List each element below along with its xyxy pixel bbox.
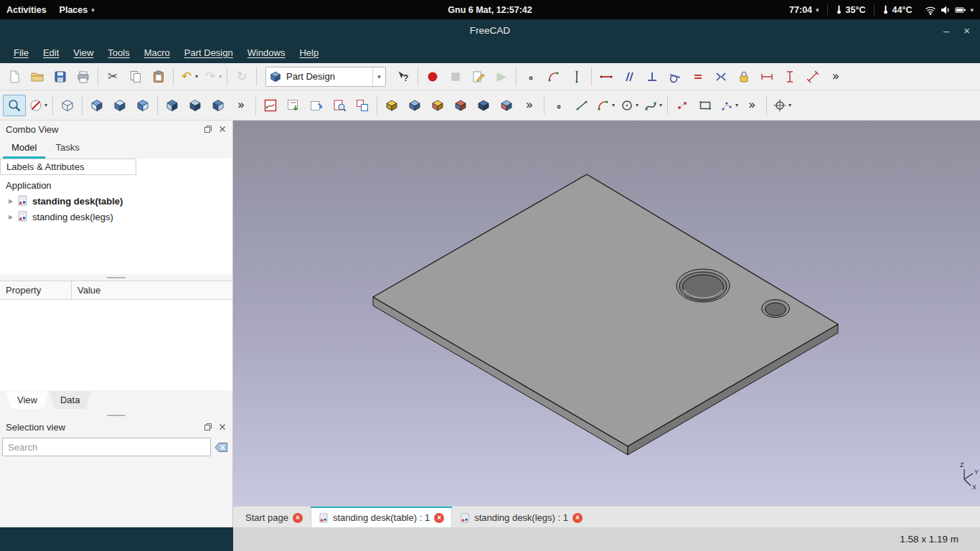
expander-icon[interactable]: ▶ [6, 198, 16, 204]
panel-splitter[interactable] [0, 274, 232, 281]
rear-view-button[interactable] [161, 95, 184, 116]
create-point-button[interactable] [547, 95, 570, 116]
cut-button[interactable]: ✂ [101, 66, 124, 88]
tab-tasks[interactable]: Tasks [47, 138, 88, 159]
open-file-button[interactable] [26, 66, 49, 88]
merge-sketch-button[interactable] [351, 95, 374, 116]
tab-data[interactable]: Data [49, 391, 91, 409]
tab-model[interactable]: Model [3, 138, 45, 159]
table-top-model[interactable] [373, 174, 838, 455]
create-arc-button[interactable]: ▾ [593, 95, 617, 116]
additive-loft-button[interactable] [426, 95, 449, 116]
clock-menu[interactable]: Gnu 6 Mat, 12:57:42 [0, 5, 980, 15]
menu-file[interactable]: File [7, 44, 35, 62]
left-view-button[interactable] [207, 95, 230, 116]
close-tab-icon[interactable]: × [434, 513, 444, 523]
pad-button[interactable] [380, 95, 403, 116]
constraint-equal-button[interactable] [687, 66, 710, 88]
create-line-button[interactable] [570, 95, 593, 116]
constraint-distance-x-button[interactable] [755, 66, 778, 88]
clear-search-button[interactable] [215, 442, 228, 453]
draw-style-button[interactable]: ▾ [26, 95, 50, 116]
tab-view[interactable]: View [6, 391, 49, 409]
reorient-sketch-button[interactable] [305, 95, 328, 116]
partdesign-overflow-button[interactable]: » [518, 95, 541, 116]
create-rectangle-button[interactable] [694, 95, 717, 116]
close-button[interactable]: × [963, 25, 970, 36]
create-spline-button[interactable]: ▾ [641, 95, 664, 116]
print-button[interactable] [72, 66, 95, 88]
tree-item-standing-desk-legs[interactable]: ▶standing desk(legs) [0, 209, 232, 225]
constraint-symmetric-button[interactable] [710, 66, 732, 88]
new-file-button[interactable] [3, 66, 26, 88]
constraint-lock-button[interactable] [732, 66, 755, 88]
constraint-distance-button[interactable] [801, 66, 824, 88]
hole-small[interactable] [765, 303, 786, 316]
views-overflow-button[interactable]: » [230, 95, 253, 116]
close-tab-icon[interactable]: × [573, 513, 583, 523]
row1-overflow-button[interactable]: » [824, 66, 847, 88]
undo-button[interactable]: ↶▾ [176, 66, 200, 88]
document-tab-standing-desk-legs-1[interactable]: standing desk(legs) : 1× [452, 507, 590, 527]
create-pattern-button[interactable]: ▾ [717, 95, 740, 116]
constraint-perpendicular-button[interactable] [641, 66, 664, 88]
menu-view[interactable]: View [67, 44, 100, 62]
macro-record-button[interactable] [421, 66, 444, 88]
menu-part-design[interactable]: Part Design [178, 44, 240, 62]
map-sketch-button[interactable] [282, 95, 305, 116]
document-tab-start-page[interactable]: Start page× [237, 507, 311, 527]
sketch-create-arc-button[interactable] [542, 66, 565, 88]
bottom-view-button[interactable] [184, 95, 207, 116]
menu-edit[interactable]: Edit [37, 44, 65, 62]
sketch-create-point-button[interactable] [519, 66, 542, 88]
tree-root[interactable]: Application [0, 177, 232, 193]
snap-options-button[interactable]: ▾ [770, 95, 793, 116]
expander-icon[interactable]: ▶ [6, 214, 16, 220]
search-input[interactable] [2, 438, 211, 456]
paste-button[interactable] [147, 66, 170, 88]
menu-help[interactable]: Help [293, 44, 325, 62]
constraint-parallel-button[interactable] [618, 66, 641, 88]
hole-button[interactable] [495, 95, 518, 116]
macro-stop-button[interactable] [444, 66, 467, 88]
macro-edit-button[interactable] [467, 66, 490, 88]
3d-scene[interactable]: Z Y X [233, 121, 980, 506]
3d-viewport[interactable]: Z Y X [233, 121, 980, 506]
redo-button[interactable]: ↷▾ [200, 66, 224, 88]
sketcher-overflow-button[interactable]: » [740, 95, 763, 116]
revolution-button[interactable] [403, 95, 426, 116]
panel-splitter[interactable] [0, 412, 232, 418]
right-view-button[interactable] [131, 95, 154, 116]
workbench-selector[interactable]: Part Design▾ [265, 67, 386, 87]
float-panel-button[interactable] [204, 125, 212, 133]
additive-pipe-button[interactable] [449, 95, 472, 116]
menu-tools[interactable]: Tools [101, 44, 136, 62]
copy-button[interactable] [124, 66, 147, 88]
front-view-button[interactable] [85, 95, 108, 116]
close-panel-button[interactable] [218, 423, 227, 431]
pocket-button[interactable] [472, 95, 495, 116]
whats-this-button[interactable]: ? [392, 66, 415, 88]
axonometric-view-button[interactable] [56, 95, 79, 116]
fit-all-button[interactable] [3, 95, 26, 116]
create-circle-button[interactable]: ▾ [617, 95, 641, 116]
top-view-button[interactable] [108, 95, 131, 116]
validate-sketch-button[interactable] [328, 95, 351, 116]
create-sketch-button[interactable] [259, 95, 282, 116]
close-panel-button[interactable] [218, 125, 227, 133]
close-tab-icon[interactable]: × [293, 513, 303, 523]
macro-execute-button[interactable]: ▶ [490, 66, 513, 88]
constraint-distance-y-button[interactable] [778, 66, 801, 88]
sketch-create-line-button[interactable] [565, 66, 588, 88]
constraint-tangent-button[interactable] [664, 66, 687, 88]
menu-windows[interactable]: Windows [241, 44, 292, 62]
menu-macro[interactable]: Macro [138, 44, 176, 62]
refresh-button[interactable]: ↻ [230, 66, 253, 88]
minimize-button[interactable]: – [943, 25, 949, 36]
tree-item-standing-desk-table[interactable]: ▶standing desk(table) [0, 193, 232, 209]
external-geometry-button[interactable] [671, 95, 694, 116]
float-panel-button[interactable] [204, 423, 212, 431]
constraint-horizontal-button[interactable] [595, 66, 618, 88]
save-file-button[interactable] [49, 66, 72, 88]
document-tab-standing-desk-table-1[interactable]: standing desk(table) : 1× [311, 507, 452, 527]
